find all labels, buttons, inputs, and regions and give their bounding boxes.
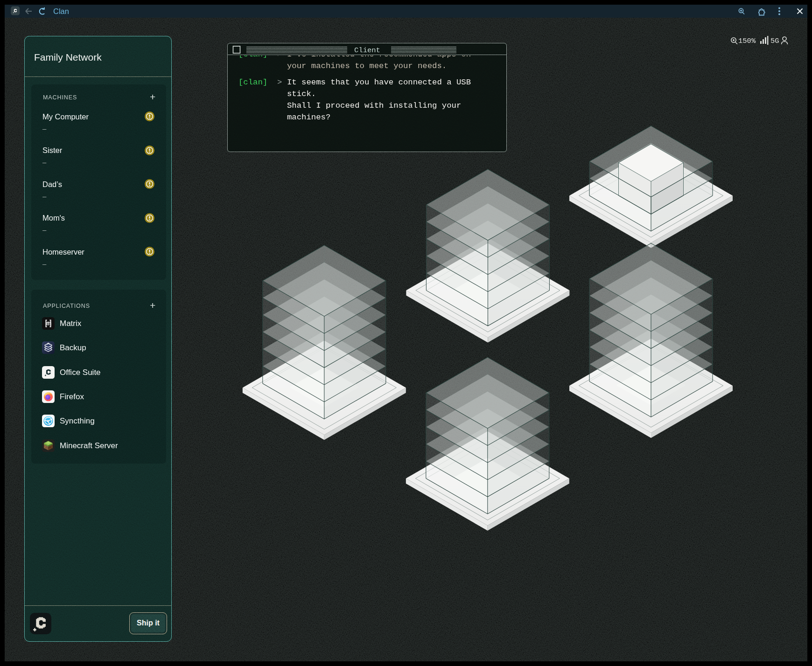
svg-text:5G: 5G [770, 37, 779, 45]
svg-text:Clan: Clan [53, 7, 69, 15]
svg-text:150%: 150% [738, 37, 756, 45]
svg-text:Client: Client [354, 46, 380, 55]
